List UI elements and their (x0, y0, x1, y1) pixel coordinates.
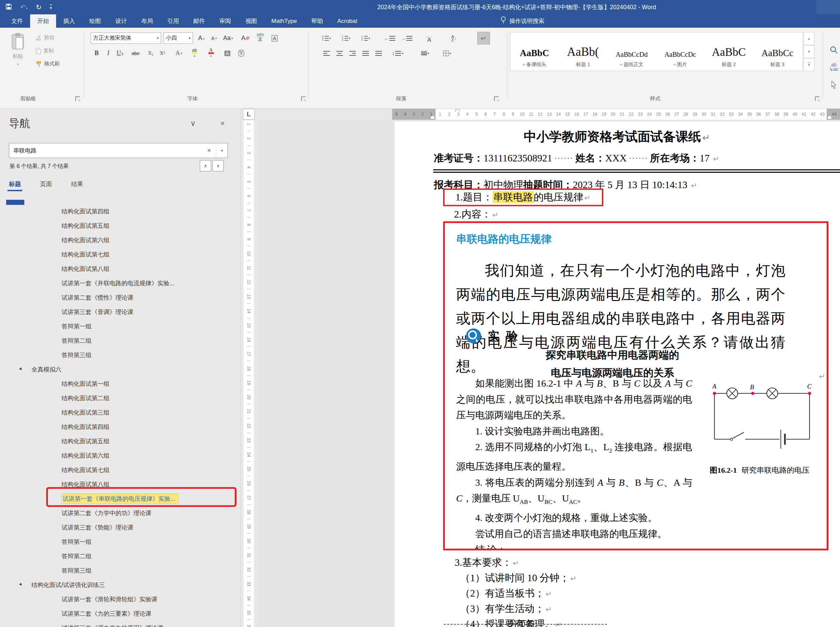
nav-item[interactable]: 结构化面试第五组 (0, 434, 241, 449)
style-card-标题 2[interactable]: AaBbC标题 2 (704, 33, 753, 71)
nav-item[interactable]: 结构化面试第八组 (0, 262, 241, 276)
tell-me-box[interactable]: 操作说明搜索 (500, 14, 544, 28)
tab-设计[interactable]: 设计 (108, 14, 134, 28)
select-button[interactable] (828, 79, 840, 91)
collapse-triangle-icon[interactable]: ▶ (19, 367, 23, 371)
paragraph-dialog-launcher[interactable] (494, 96, 498, 101)
tab-文件[interactable]: 文件 (4, 14, 30, 28)
nav-item[interactable]: 答辩第一组 (0, 319, 241, 334)
nav-item[interactable]: 结构化面试第三组 (0, 405, 241, 420)
nav-item[interactable]: 答辩第三组 (0, 563, 241, 578)
font-name-combo[interactable]: 方正大雅宋简体▾ (91, 33, 161, 44)
nav-item[interactable]: ▶全真模拟六 (0, 362, 241, 377)
chevron-down-icon[interactable]: ▾ (189, 36, 191, 40)
format-painter-button[interactable]: 格式刷 (36, 61, 60, 67)
nav-item[interactable]: 结构化面试第四组 (0, 204, 241, 219)
grow-font-button[interactable]: A▴ (196, 33, 207, 44)
phonetic-guide-button[interactable]: wén文 (255, 32, 266, 43)
borders-button[interactable]: ▾ (441, 47, 453, 59)
nav-item[interactable]: 结构化面试第一组 (0, 377, 241, 391)
nav-item[interactable]: 结构化面试第六组 (0, 233, 241, 247)
navigation-pane-close-icon[interactable]: × (221, 119, 225, 128)
justify-button[interactable] (360, 47, 371, 59)
chevron-down-icon[interactable]: ▾ (157, 36, 159, 40)
align-left-button[interactable] (321, 47, 332, 59)
font-size-combo[interactable]: 小四▾ (164, 33, 193, 44)
numbering-button[interactable]: ▾ (340, 33, 352, 44)
strikethrough-button[interactable]: abe (130, 47, 141, 59)
bold-button[interactable]: B (91, 47, 102, 59)
nav-tab-结果[interactable]: 结果 (71, 180, 83, 188)
sort-button[interactable]: AZ ↓ (448, 33, 460, 44)
nav-tab-页面[interactable]: 页面 (40, 180, 52, 188)
tab-邮件[interactable]: 邮件 (186, 14, 212, 28)
text-highlight-button[interactable]: ab▾ (189, 47, 200, 59)
document-page[interactable]: 中小学教师资格考试面试备课纸 准考证号：13111623508921······… (394, 121, 840, 627)
save-icon[interactable] (5, 3, 12, 11)
search-input[interactable] (9, 147, 202, 154)
increase-indent-button[interactable]: → (401, 33, 412, 44)
tab-stop-selector[interactable]: L (243, 109, 255, 120)
tab-引用[interactable]: 引用 (160, 14, 186, 28)
nav-item[interactable]: 试讲第三套《势能》理论课 (0, 520, 241, 535)
document-canvas[interactable]: 中小学教师资格考试面试备课纸 准考证号：13111623508921······… (255, 120, 840, 627)
replace-button[interactable]: ab ↳ac (828, 61, 840, 73)
undo-icon[interactable]: ↶▾ (20, 4, 28, 11)
nav-item[interactable]: 答辩第三组 (0, 348, 241, 362)
superscript-button[interactable]: X² (157, 47, 168, 59)
cut-button[interactable]: 剪切 (36, 35, 54, 41)
vertical-ruler[interactable]: 1234567891011121314151617181920212223242… (244, 120, 254, 627)
next-result-button[interactable]: ∨ (213, 160, 224, 172)
styles-scroll-up-button[interactable]: ▲ (804, 32, 814, 45)
redo-icon[interactable]: ↻ (36, 4, 42, 11)
clear-search-icon[interactable]: × (202, 147, 216, 154)
style-card-题纸正文[interactable]: AaBbCcDd↵题纸正文 (607, 33, 656, 71)
decrease-indent-button[interactable]: ← (384, 33, 395, 44)
subscript-button[interactable]: X₂ (145, 47, 156, 59)
customize-quick-access-icon[interactable]: ▾ (50, 5, 52, 10)
nav-item[interactable]: 答辩第二组 (0, 549, 241, 563)
tab-Acrobat[interactable]: Acrobat (330, 14, 365, 28)
nav-item[interactable]: 试讲第一套《滑轮和滑轮组》实验课 (0, 592, 241, 607)
style-card-备课纸头[interactable]: AaBbC↵备课纸头 (510, 33, 559, 71)
nav-item[interactable]: ▶结构化面试/试讲强化训练三 (0, 578, 241, 592)
nav-item[interactable]: 试讲第二套《惯性》理论课 (0, 290, 241, 305)
search-options-chevron-icon[interactable]: ▾ (216, 143, 227, 158)
tab-MathType[interactable]: MathType (264, 14, 304, 28)
paste-dropdown-icon[interactable]: ▾ (17, 62, 19, 66)
nav-item[interactable]: 答辩第一组 (0, 535, 241, 549)
nav-item[interactable]: 结构化面试第二组 (0, 391, 241, 405)
paste-button[interactable]: 粘贴 ▾ (5, 33, 31, 87)
italic-button[interactable]: I (102, 47, 114, 59)
previous-result-button[interactable]: ∧ (200, 160, 211, 172)
underline-button[interactable]: U▾ (114, 47, 126, 59)
nav-item[interactable]: 试讲第三套《音调》理论课 (0, 305, 241, 319)
tab-开始[interactable]: 开始 (30, 14, 56, 28)
nav-item[interactable]: 试讲第三套《浮力产生的原因》理论课 (0, 621, 241, 627)
align-center-button[interactable] (334, 47, 345, 59)
nav-item[interactable]: 试讲第二套《力的三要素》理论课 (0, 607, 241, 621)
character-border-button[interactable]: A (269, 33, 280, 44)
styles-dialog-launcher[interactable] (815, 96, 820, 101)
multilevel-list-button[interactable]: ▾ (360, 33, 371, 44)
tab-帮助[interactable]: 帮助 (304, 14, 330, 28)
nav-tab-标题[interactable]: 标题 (9, 180, 21, 188)
clipboard-dialog-launcher[interactable] (75, 96, 80, 101)
nav-item[interactable]: 结构化面试第四组 (0, 420, 241, 434)
style-card-标题 3[interactable]: AaBbCc标题 3 (753, 33, 802, 71)
line-spacing-button[interactable]: ↕▾ (392, 47, 403, 59)
style-card-标题 1[interactable]: AaBb(标题 1 (559, 33, 607, 71)
nav-item[interactable]: 结构化面试第七组 (0, 463, 241, 477)
font-dialog-launcher[interactable] (301, 96, 306, 101)
tab-视图[interactable]: 视图 (238, 14, 264, 28)
style-card-图片[interactable]: AaBbCcDc↵图片 (656, 33, 704, 71)
align-right-button[interactable] (347, 47, 358, 59)
nav-item[interactable]: 结构化面试第五组 (0, 219, 241, 233)
nav-item[interactable]: 结构化面试第七组 (0, 247, 241, 262)
clear-formatting-button[interactable]: A (240, 33, 251, 44)
asian-layout-button[interactable]: ←→A (424, 33, 435, 44)
tab-插入[interactable]: 插入 (56, 14, 82, 28)
tab-绘图[interactable]: 绘图 (82, 14, 108, 28)
find-button[interactable] (828, 44, 840, 56)
character-shading-button[interactable]: A (222, 47, 233, 59)
